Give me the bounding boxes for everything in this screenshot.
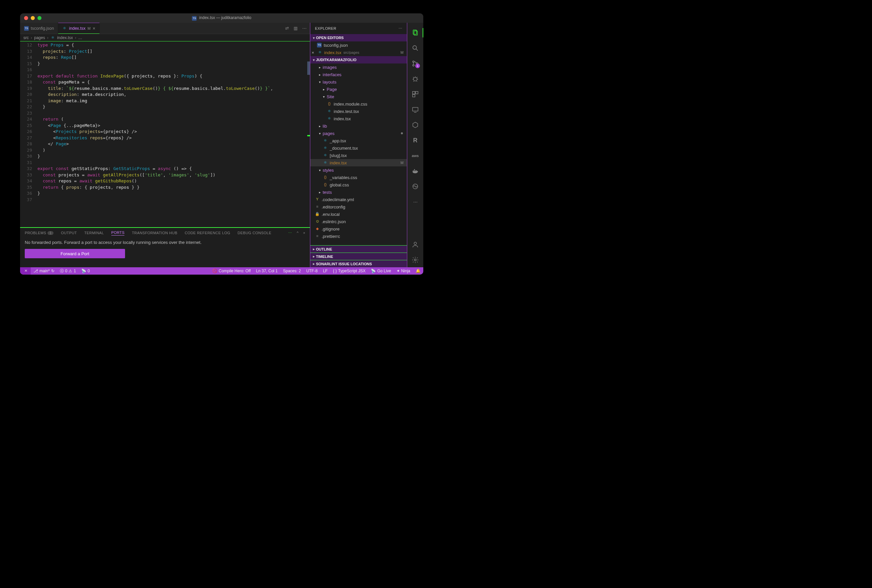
code-content[interactable]: type Props = { projects: Project[] repos… xyxy=(35,41,307,227)
hex-icon[interactable] xyxy=(407,118,423,132)
file-_document-tsx[interactable]: ⚛_document.tsx xyxy=(310,144,407,152)
svg-rect-10 xyxy=(413,94,415,97)
file--prettierrc[interactable]: ≡.prettierrc xyxy=(310,232,407,240)
folder-Page[interactable]: ▸Page xyxy=(310,86,407,93)
panel-more-icon[interactable]: ⋯ xyxy=(288,231,292,235)
panel-tab-debug-console[interactable]: DEBUG CONSOLE xyxy=(238,231,272,235)
folder-styles[interactable]: ▾styles xyxy=(310,166,407,174)
aws-icon[interactable]: aws xyxy=(407,148,423,163)
code-editor[interactable]: 1213141516171819202122232425262728293031… xyxy=(20,41,310,227)
panel-maximize-icon[interactable]: ^ xyxy=(296,231,298,235)
open-editors-section[interactable]: ▾ OPEN EDITORS xyxy=(310,34,407,41)
file--slug--tsx[interactable]: ⚛[slug].tsx xyxy=(310,152,407,159)
tab-tsconfig[interactable]: TS tsconfig.json xyxy=(20,23,58,34)
file--editorconfig[interactable]: ≡.editorconfig xyxy=(310,203,407,210)
folder-lib[interactable]: ▸lib xyxy=(310,122,407,130)
panel-tab-problems[interactable]: PROBLEMS1 xyxy=(25,231,54,235)
line-gutter: 1213141516171819202122232425262728293031… xyxy=(20,41,35,227)
file-global-css[interactable]: {}global.css xyxy=(310,181,407,188)
notifications-icon[interactable]: 🔔 xyxy=(413,268,423,273)
eol[interactable]: LF xyxy=(320,268,330,273)
compare-icon[interactable]: ⇄ xyxy=(285,26,289,31)
tab-index-tsx[interactable]: ⚛ index.tsx M × xyxy=(58,23,100,34)
folder-pages[interactable]: ▾pages xyxy=(310,130,407,137)
folder-interfaces[interactable]: ▸interfaces xyxy=(310,71,407,78)
activity-bar: 1 R aws ⋯ xyxy=(407,23,423,267)
go-live[interactable]: 📡Go Live xyxy=(368,268,394,273)
panel-tab-terminal[interactable]: TERMINAL xyxy=(84,231,104,235)
compile-hero[interactable]: 🚫Compile Hero: Off xyxy=(210,268,253,273)
remote-indicator[interactable]: ⪤ xyxy=(20,267,31,274)
settings-icon[interactable] xyxy=(407,253,423,267)
svg-point-7 xyxy=(413,77,417,81)
breadcrumb[interactable]: src› pages› ⚛ index.tsx› … xyxy=(20,34,310,41)
graph-icon[interactable] xyxy=(407,179,423,194)
chevron-right-icon: ▸ xyxy=(313,247,315,251)
file--gitignore[interactable]: ◆.gitignore xyxy=(310,225,407,232)
chevron-right-icon: ▸ xyxy=(323,87,325,91)
file--codeclimate-yml[interactable]: Y.codeclimate.yml xyxy=(310,196,407,203)
panel-close-icon[interactable]: × xyxy=(303,231,305,235)
extensions-icon[interactable] xyxy=(407,87,423,102)
chevron-down-icon: ▾ xyxy=(323,95,325,99)
docker-icon[interactable] xyxy=(407,164,423,178)
folder-Site[interactable]: ▾Site xyxy=(310,93,407,100)
cursor-position[interactable]: Ln 37, Col 1 xyxy=(253,268,281,273)
account-icon[interactable] xyxy=(407,237,423,252)
explorer-icon[interactable] xyxy=(407,26,423,40)
sonarlint-section[interactable]: ▸ SONARLINT ISSUE LOCATIONS xyxy=(310,260,407,267)
close-tab-icon[interactable]: × xyxy=(93,26,95,31)
problems-status[interactable]: ⓧ0⚠1 xyxy=(57,267,78,274)
panel-tab-output[interactable]: OUTPUT xyxy=(61,231,77,235)
split-editor-icon[interactable]: ▥ xyxy=(293,26,298,31)
more-icon[interactable]: ⋯ xyxy=(398,26,403,31)
more-icon[interactable]: ⋯ xyxy=(302,26,307,31)
remote-icon[interactable] xyxy=(407,102,423,117)
react-icon: ⚛ xyxy=(327,116,332,121)
file-index-tsx[interactable]: ⚛index.tsxM xyxy=(310,159,407,166)
env-icon: 🔒 xyxy=(315,212,320,216)
file-_app-tsx[interactable]: ⚛_app.tsx xyxy=(310,137,407,144)
folder-layouts[interactable]: ▾layouts xyxy=(310,78,407,86)
project-section[interactable]: ▾ JUDITKARAMAZFOLIO xyxy=(310,56,407,63)
r-icon[interactable]: R xyxy=(407,133,423,148)
file-index-test-tsx[interactable]: ⚛index.test.tsx xyxy=(310,108,407,115)
panel-body: No forwarded ports. Forward a port to ac… xyxy=(20,238,310,267)
git-branch[interactable]: ⎇main*↻ xyxy=(31,267,57,274)
debug-icon[interactable] xyxy=(407,72,423,86)
close-icon[interactable]: × xyxy=(312,50,314,55)
chevron-right-icon: ▸ xyxy=(313,262,315,266)
open-editor-item[interactable]: ×⚛index.tsx src/pagesM xyxy=(310,49,407,56)
react-icon: ⚛ xyxy=(51,35,55,40)
timeline-section[interactable]: ▸ TIMELINE xyxy=(310,253,407,260)
svg-rect-8 xyxy=(413,92,415,94)
panel-tab-transformation-hub[interactable]: TRANSFORMATION HUB xyxy=(132,231,177,235)
minimap[interactable] xyxy=(307,41,310,227)
panel-tab-ports[interactable]: PORTS xyxy=(111,231,125,236)
outline-section[interactable]: ▸ OUTLINE xyxy=(310,245,407,253)
react-icon: ⚛ xyxy=(318,50,322,55)
open-editor-item[interactable]: TStsconfig.json xyxy=(310,41,407,49)
forward-port-button[interactable]: Forward a Port xyxy=(25,249,125,258)
minimap-thumb[interactable] xyxy=(307,62,310,75)
window-title: TS index.tsx — juditkaramazfolio xyxy=(20,15,423,21)
svg-rect-13 xyxy=(413,170,414,171)
panel-tab-code-reference-log[interactable]: CODE REFERENCE LOG xyxy=(185,231,230,235)
chevron-down-icon: ▾ xyxy=(313,58,315,62)
folder-tests[interactable]: ▸tests xyxy=(310,188,407,196)
search-icon[interactable] xyxy=(407,41,423,56)
folder-images[interactable]: ▸images xyxy=(310,63,407,71)
file-index-tsx[interactable]: ⚛index.tsx xyxy=(310,115,407,122)
file-_variables-css[interactable]: {}_variables.css xyxy=(310,174,407,181)
encoding[interactable]: UTF-8 xyxy=(304,268,320,273)
svg-rect-15 xyxy=(415,170,416,171)
file--env-local[interactable]: 🔒.env.local xyxy=(310,210,407,218)
ninja[interactable]: ✦Ninja xyxy=(394,268,413,273)
indentation[interactable]: Spaces: 2 xyxy=(281,268,304,273)
scm-icon[interactable]: 1 xyxy=(407,56,423,71)
file--eslintrc-json[interactable]: ⊙.eslintrc.json xyxy=(310,218,407,225)
file-index-module-css[interactable]: {}index.module.css xyxy=(310,100,407,108)
ports-status[interactable]: 📡0 xyxy=(78,267,93,274)
more-icon[interactable]: ⋯ xyxy=(407,195,423,209)
language-mode[interactable]: { }TypeScript JSX xyxy=(330,268,368,273)
